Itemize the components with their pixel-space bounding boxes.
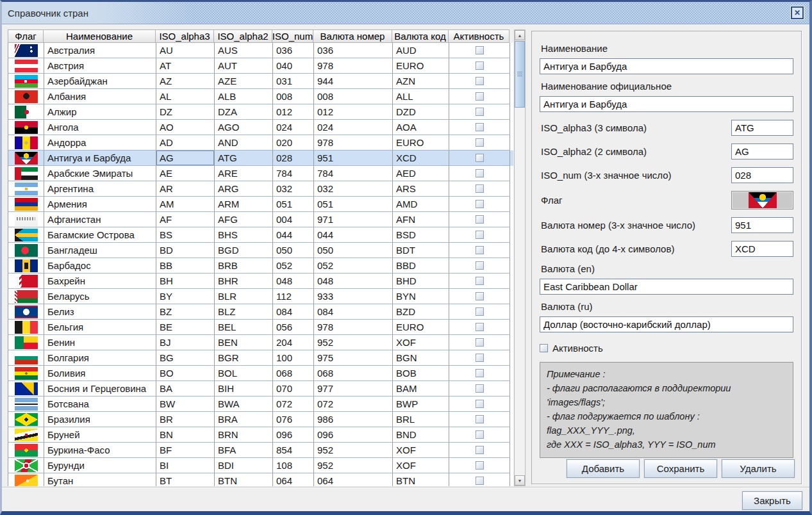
cell-iso_num[interactable]: 784 [273, 166, 314, 181]
cell-flag[interactable] [8, 258, 44, 274]
cell-name[interactable]: Бурунди [44, 458, 156, 473]
cell-flag[interactable] [8, 443, 44, 458]
cell-cur_num[interactable]: 784 [314, 166, 393, 181]
cell-iso_alpha3[interactable]: BS [156, 227, 215, 243]
cell-active[interactable] [449, 381, 510, 396]
table-row[interactable]: БолгарияBGBGR100975BGN [8, 350, 513, 366]
cell-cur_code[interactable]: BTN [393, 473, 449, 486]
cell-flag[interactable] [8, 43, 44, 58]
cell-iso_alpha3[interactable]: BZ [156, 304, 215, 320]
cell-flag[interactable] [8, 212, 44, 227]
cell-cur_code[interactable]: ALL [393, 89, 449, 104]
cell-name[interactable]: Армения [44, 197, 156, 212]
flag-picker-button[interactable] [731, 191, 793, 209]
cell-name[interactable]: Албания [44, 89, 156, 104]
cell-cur_code[interactable]: AZN [393, 74, 449, 89]
cell-iso_alpha2[interactable]: BGD [215, 243, 273, 258]
currency-num-field[interactable] [731, 217, 793, 233]
scroll-down-button[interactable]: ▼ [515, 475, 525, 486]
cell-cur_num[interactable]: 051 [314, 197, 393, 212]
iso-num-field[interactable] [731, 167, 793, 183]
name-field[interactable] [540, 58, 793, 74]
cell-cur_num[interactable]: 044 [314, 227, 393, 243]
row-active-checkbox[interactable] [476, 246, 484, 254]
cell-flag[interactable] [8, 412, 44, 427]
cell-active[interactable] [449, 350, 510, 366]
cell-active[interactable] [449, 274, 510, 289]
cell-iso_alpha3[interactable]: AL [156, 89, 215, 104]
cell-flag[interactable] [8, 58, 44, 74]
column-header-cur_code[interactable]: Валюта код [392, 29, 449, 43]
cell-iso_alpha3[interactable]: BJ [156, 335, 215, 350]
cell-cur_code[interactable]: BAM [393, 381, 449, 396]
cell-cur_num[interactable]: 072 [314, 396, 393, 412]
cell-name[interactable]: Беларусь [44, 289, 156, 304]
cell-flag[interactable] [8, 366, 44, 381]
cell-name[interactable]: Австрия [44, 58, 156, 74]
cell-cur_code[interactable]: AFN [393, 212, 449, 227]
cell-name[interactable]: Бразилия [44, 412, 156, 427]
cell-cur_code[interactable]: XOF [393, 443, 449, 458]
column-header-iso_alpha3[interactable]: ISO_alpha3 [156, 29, 214, 43]
row-active-checkbox[interactable] [476, 92, 484, 101]
title-bar[interactable]: Справочник стран ✕ [2, 2, 809, 24]
row-active-checkbox[interactable] [476, 430, 484, 439]
cell-active[interactable] [449, 89, 510, 104]
iso-alpha3-field[interactable] [731, 120, 793, 136]
delete-button[interactable]: Удалить [722, 459, 795, 478]
cell-iso_num[interactable]: 070 [273, 381, 314, 396]
cell-cur_num[interactable]: 052 [314, 258, 393, 274]
table-row[interactable]: Антигуа и БарбудаAGATG028951XCD [8, 151, 513, 166]
cell-iso_alpha2[interactable]: ARM [215, 197, 273, 212]
cell-flag[interactable] [8, 243, 44, 258]
table-row[interactable]: Арабские ЭмиратыAEARE784784AED [8, 166, 513, 181]
cell-iso_num[interactable]: 076 [273, 412, 314, 427]
column-header-name[interactable]: Наименование [44, 29, 156, 43]
cell-iso_num[interactable]: 052 [273, 258, 314, 274]
cell-cur_code[interactable]: AED [393, 166, 449, 181]
cell-name[interactable]: Босния и Герцеговина [44, 381, 156, 396]
cell-name[interactable]: Буркина-Фасо [44, 443, 156, 458]
cell-cur_code[interactable]: AUD [393, 43, 449, 58]
row-active-checkbox[interactable] [476, 77, 484, 85]
cell-flag[interactable] [8, 320, 44, 335]
cell-iso_num[interactable]: 084 [273, 304, 314, 320]
cell-cur_code[interactable]: BGN [393, 350, 449, 366]
cell-iso_num[interactable]: 048 [273, 274, 314, 289]
row-active-checkbox[interactable] [476, 215, 484, 224]
cell-cur_num[interactable]: 975 [314, 350, 393, 366]
row-active-checkbox[interactable] [476, 307, 484, 316]
cell-cur_num[interactable]: 952 [314, 458, 393, 473]
cell-cur_code[interactable]: EURO [393, 135, 449, 151]
cell-flag[interactable] [8, 289, 44, 304]
cell-name[interactable]: Бельгия [44, 320, 156, 335]
table-row[interactable]: БразилияBRBRA076986BRL [8, 412, 513, 427]
cell-active[interactable] [449, 104, 510, 120]
cell-active[interactable] [449, 366, 510, 381]
cell-active[interactable] [449, 151, 510, 166]
cell-flag[interactable] [8, 381, 44, 396]
cell-iso_alpha2[interactable]: AND [215, 135, 273, 151]
cell-flag[interactable] [8, 197, 44, 212]
cell-name[interactable]: Багамские Острова [44, 227, 156, 243]
cell-iso_alpha2[interactable]: AGO [215, 120, 273, 135]
cell-flag[interactable] [8, 135, 44, 151]
cell-iso_alpha2[interactable]: BGR [215, 350, 273, 366]
row-active-checkbox[interactable] [476, 169, 484, 177]
table-row[interactable]: БахрейнBHBHR048048BHD [8, 274, 513, 289]
cell-name[interactable]: Бахрейн [44, 274, 156, 289]
cell-iso_alpha3[interactable]: AG [156, 151, 215, 166]
cell-iso_num[interactable]: 044 [273, 227, 314, 243]
cell-name[interactable]: Андорра [44, 135, 156, 151]
cell-iso_alpha2[interactable]: AZE [215, 74, 273, 89]
table-row[interactable]: АлбанияALALB008008ALL [8, 89, 513, 104]
currency-ru-field[interactable] [540, 316, 793, 332]
close-button[interactable]: ✕ [791, 6, 804, 19]
table-row[interactable]: АвстрияATAUT040978EURO [8, 58, 513, 74]
cell-name[interactable]: Азербайджан [44, 74, 156, 89]
cell-cur_code[interactable]: EURO [393, 320, 449, 335]
cell-flag[interactable] [8, 274, 44, 289]
cell-active[interactable] [449, 243, 510, 258]
cell-iso_num[interactable]: 204 [273, 335, 314, 350]
cell-flag[interactable] [8, 151, 44, 166]
